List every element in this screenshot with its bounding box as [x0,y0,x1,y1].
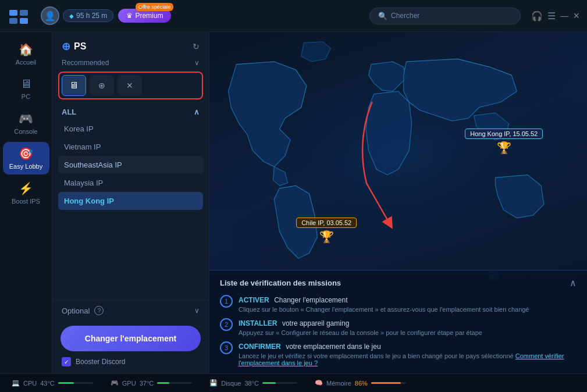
cpu-value: 43°C [40,380,55,387]
booster-row[interactable]: ✓ Booster Discord [52,357,209,373]
offre-badge: Offre spéciale [136,3,173,11]
region-item-malaysia[interactable]: Malaysia IP [58,174,203,192]
sidebar-item-console[interactable]: 🎮 Console [3,107,49,140]
mission-main-3: votre emplacement dans le jeu [286,343,380,351]
xbox-platform-btn[interactable]: ✕ [118,75,142,96]
booster-checkbox[interactable]: ✓ [62,357,71,366]
change-location-button[interactable]: Changer l'emplacement [61,326,201,351]
region-all-header[interactable]: ALL ∧ [58,104,203,120]
gpu-status: 🎮 GPU 37°C [111,379,192,387]
sidebar-item-boost-ips[interactable]: ⚡ Boost IPS [3,177,49,209]
disk-value: 38°C [244,380,259,387]
disk-label: Disque [221,380,241,387]
cpu-bar [58,382,93,384]
optional-label: Optional [62,307,90,315]
mission-action-3: CONFIRMER [239,343,281,351]
sidebar-label-console: Console [14,128,37,135]
svg-rect-0 [9,10,17,16]
crown-icon: ♛ [126,12,133,20]
disk-bar [262,382,297,384]
titlebar: 👤 ◆ 95 h 25 m ♛ Premium Offre spéciale 🔍… [0,0,587,32]
region-item-korea[interactable]: Korea IP [58,120,203,138]
region-item-hong-kong[interactable]: Hong Kong IP [58,192,203,210]
region-item-southeast-asia[interactable]: SoutheastAsia IP [58,156,203,174]
chevron-down-icon: ∨ [194,59,200,67]
gpu-bar [157,382,192,384]
sidebar-item-easy-lobby[interactable]: 🎯 Easy Lobby [3,142,49,174]
mission-main-1: Changer l'emplacement [274,296,347,304]
recommended-label: Recommended [62,59,109,67]
refresh-icon[interactable]: ↻ [193,42,200,51]
left-panel: ⊕ PS ↻ Recommended ∨ 🖥 ⊕ ✕ ALL ∧ Korea I… [52,32,209,373]
gpu-bar-fill [157,382,169,384]
platform-label: PS [74,41,86,52]
profile-section[interactable]: 👤 ◆ 95 h 25 m [41,6,113,25]
chile-trophy-icon: 🏆 [319,230,334,244]
platform-selector[interactable]: ⊕ PS [62,40,86,53]
map-area: Chile IP, 03.05.52 🏆 Hong Kong IP, 15.05… [209,32,587,373]
mission-main-2: votre appareil gaming [282,319,349,327]
mission-text-2: INSTALLER votre appareil gaming Appuyez … [239,318,577,336]
mission-collapse-icon[interactable]: ∧ [570,277,577,288]
disk-bar-fill [262,382,276,384]
platform-icons-box: 🖥 ⊕ ✕ [58,72,203,99]
menu-icon[interactable]: ☰ [547,10,556,22]
cpu-label: CPU [23,380,37,387]
chevron-up-icon: ∧ [194,108,200,116]
hong-kong-label: Hong Kong IP, 15.05.52 [465,129,543,139]
mission-action-2: INSTALLER [239,319,277,327]
minimize-icon[interactable]: — [560,11,568,20]
premium-button[interactable]: ♛ Premium Offre spéciale [118,9,171,23]
region-list: ALL ∧ Korea IP Vietnam IP SoutheastAsia … [52,104,209,300]
headset-icon[interactable]: 🎧 [531,10,543,22]
mem-label: Mémoire [326,380,351,387]
disk-status: 💾 Disque 38°C [209,379,297,387]
cpu-icon: 💻 [12,379,20,387]
svg-rect-2 [9,18,17,24]
optional-row[interactable]: Optional ? ∨ [52,300,209,321]
close-icon[interactable]: ✕ [573,11,580,20]
step-circle-2: 2 [220,318,233,331]
diamond-icon: ◆ [69,13,74,19]
avatar: 👤 [41,6,59,25]
boost-icon: ⚡ [19,181,33,195]
mission-title: Liste de vérification des missions [220,279,341,287]
region-item-vietnam[interactable]: Vietnam IP [58,138,203,156]
disk-icon: 💾 [209,379,218,387]
mem-bar [371,382,406,384]
booster-label: Booster Discord [76,358,125,366]
main-layout: 🏠 Accueil 🖥 PC 🎮 Console 🎯 Easy Lobby ⚡ … [0,32,587,373]
sidebar-label-boost-ips: Boost IPS [12,198,40,205]
statusbar: 💻 CPU 43°C 🎮 GPU 37°C 💾 Disque 38°C 🧠 Mé… [0,373,587,392]
all-label: ALL [62,108,76,116]
sidebar-item-pc[interactable]: 🖥 PC [3,73,49,105]
sidebar-item-accueil[interactable]: 🏠 Accueil [3,38,49,70]
gpu-icon: 🎮 [111,379,119,387]
mission-text-1: ACTIVER Changer l'emplacement Cliquez su… [239,294,577,313]
mem-status: 🧠 Mémoire 86% [315,379,406,387]
sidebar-label-easy-lobby: Easy Lobby [9,163,42,170]
mission-item-3: 3 CONFIRMER votre emplacement dans le je… [220,341,577,366]
ps-platform-btn[interactable]: ⊕ [90,75,114,96]
search-bar[interactable]: 🔍 Chercher [369,8,521,24]
recommended-row[interactable]: Recommended ∨ [52,56,209,72]
panel-header: ⊕ PS ↻ [52,32,209,56]
sidebar-label-pc: PC [22,93,30,100]
chile-pin: Chile IP, 03.05.52 🏆 [296,218,357,244]
mem-value: 86% [355,380,368,387]
optional-chevron-icon: ∨ [194,307,200,315]
cpu-bar-fill [58,382,74,384]
svg-rect-3 [20,18,28,24]
lobby-icon: 🎯 [19,147,33,161]
mission-desc-2: Appuyez sur « Configurer le réseau de la… [239,329,577,336]
titlebar-actions: 🎧 ☰ — ✕ [531,10,580,22]
xp-value: 95 h 25 m [76,12,107,20]
mission-desc-3: Lancez le jeu et vérifiez si votre empla… [239,352,577,366]
mission-panel: Liste de vérification des missions ∧ 1 A… [209,270,587,373]
ps-icon: ⊕ [62,40,70,53]
monitor-platform-btn[interactable]: 🖥 [62,75,86,96]
mission-list: 1 ACTIVER Changer l'emplacement Cliquez … [220,294,577,366]
mission-text-3: CONFIRMER votre emplacement dans le jeu … [239,341,577,366]
svg-rect-1 [20,10,28,16]
search-input[interactable]: Chercher [391,12,419,20]
